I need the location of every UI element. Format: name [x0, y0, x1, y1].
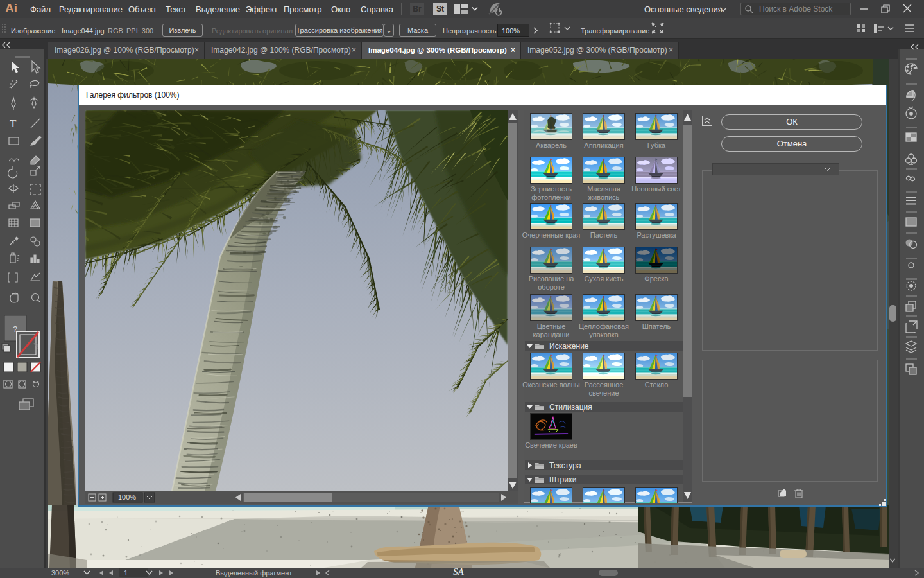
- svg-text:100%: 100%: [118, 493, 136, 501]
- svg-text:T: T: [10, 118, 17, 130]
